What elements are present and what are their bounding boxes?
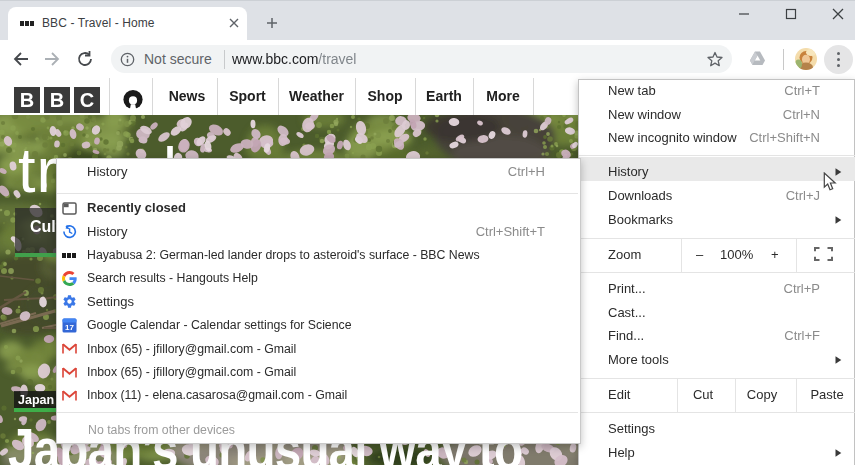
svg-text:17: 17 xyxy=(65,322,74,331)
